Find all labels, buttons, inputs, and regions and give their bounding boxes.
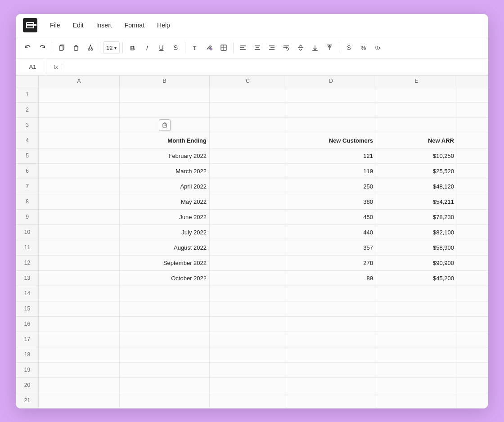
cell-c7[interactable] <box>210 179 286 194</box>
cell-d5[interactable]: 121 <box>286 148 376 163</box>
cell-d21[interactable] <box>286 393 376 408</box>
row-header-1[interactable]: 1 <box>16 87 39 102</box>
cut-button[interactable] <box>84 41 97 54</box>
paste-popup-icon[interactable] <box>159 119 171 131</box>
cell-b4[interactable]: Month Ending <box>120 133 210 148</box>
row-header-18[interactable]: 18 <box>16 347 39 362</box>
fill-color-button[interactable] <box>202 41 216 54</box>
cell-f11[interactable] <box>457 240 489 255</box>
cell-f16[interactable] <box>457 316 489 332</box>
cell-d11[interactable]: 357 <box>286 240 376 255</box>
cell-d16[interactable] <box>286 316 376 332</box>
cell-a4[interactable] <box>39 133 120 148</box>
cell-d17[interactable] <box>286 332 376 347</box>
row-header-3[interactable]: 3 <box>16 117 39 133</box>
cell-b2[interactable] <box>120 102 210 117</box>
cell-c11[interactable] <box>210 240 286 255</box>
cell-e19[interactable] <box>376 362 457 377</box>
cell-d3[interactable] <box>286 117 376 133</box>
cell-e21[interactable] <box>376 393 457 408</box>
row-header-13[interactable]: 13 <box>16 270 39 286</box>
cell-c8[interactable] <box>210 194 286 209</box>
row-header-14[interactable]: 14 <box>16 286 39 301</box>
cell-c5[interactable] <box>210 148 286 163</box>
decimal-button[interactable]: .0 <box>371 41 384 54</box>
cell-a21[interactable] <box>39 393 120 408</box>
valign-top-button[interactable] <box>323 41 336 54</box>
cell-e14[interactable] <box>376 286 457 301</box>
cell-a19[interactable] <box>39 362 120 377</box>
cell-f14[interactable] <box>457 286 489 301</box>
cell-a13[interactable] <box>39 270 120 286</box>
cell-e18[interactable] <box>376 347 457 362</box>
row-header-4[interactable]: 4 <box>16 133 39 148</box>
cell-b18[interactable] <box>120 347 210 362</box>
cell-b9[interactable]: June 2022 <box>120 209 210 224</box>
bold-button[interactable]: B <box>126 41 139 54</box>
undo-button[interactable] <box>21 41 35 54</box>
cell-a20[interactable] <box>39 377 120 393</box>
cell-d9[interactable]: 450 <box>286 209 376 224</box>
col-header-e[interactable]: E <box>376 75 457 87</box>
copy-button[interactable] <box>55 41 68 54</box>
cell-e4[interactable]: New ARR <box>376 133 457 148</box>
cell-c12[interactable] <box>210 255 286 270</box>
row-header-12[interactable]: 12 <box>16 255 39 270</box>
row-header-17[interactable]: 17 <box>16 332 39 347</box>
cell-e7[interactable]: $48,120 <box>376 179 457 194</box>
menu-help[interactable]: Help <box>152 19 176 31</box>
cell-e3[interactable] <box>376 117 457 133</box>
cell-c20[interactable] <box>210 377 286 393</box>
cell-d1[interactable] <box>286 87 376 102</box>
col-header-d[interactable]: D <box>286 75 376 87</box>
cell-b14[interactable] <box>120 286 210 301</box>
cell-a15[interactable] <box>39 301 120 316</box>
cell-b11[interactable]: August 2022 <box>120 240 210 255</box>
cell-c9[interactable] <box>210 209 286 224</box>
cell-d12[interactable]: 278 <box>286 255 376 270</box>
cell-d7[interactable]: 250 <box>286 179 376 194</box>
cell-reference[interactable]: A1 <box>19 59 46 75</box>
cell-c21[interactable] <box>210 393 286 408</box>
cell-a5[interactable] <box>39 148 120 163</box>
cell-f18[interactable] <box>457 347 489 362</box>
cell-a14[interactable] <box>39 286 120 301</box>
col-header-c[interactable]: C <box>210 75 286 87</box>
cell-d19[interactable] <box>286 362 376 377</box>
cell-a9[interactable] <box>39 209 120 224</box>
formula-input[interactable] <box>66 63 485 70</box>
cell-d8[interactable]: 380 <box>286 194 376 209</box>
cell-f9[interactable] <box>457 209 489 224</box>
cell-b20[interactable] <box>120 377 210 393</box>
cell-a11[interactable] <box>39 240 120 255</box>
cell-d4[interactable]: New Customers <box>286 133 376 148</box>
cell-b15[interactable] <box>120 301 210 316</box>
cell-c10[interactable] <box>210 224 286 240</box>
cell-c13[interactable] <box>210 270 286 286</box>
row-header-10[interactable]: 10 <box>16 224 39 240</box>
cell-b17[interactable] <box>120 332 210 347</box>
cell-a1[interactable] <box>39 87 120 102</box>
text-format-button[interactable]: T <box>188 41 202 54</box>
cell-f21[interactable] <box>457 393 489 408</box>
cell-a17[interactable] <box>39 332 120 347</box>
cell-f1[interactable] <box>457 87 489 102</box>
row-header-8[interactable]: 8 <box>16 194 39 209</box>
percent-button[interactable]: % <box>356 41 370 54</box>
cell-f5[interactable] <box>457 148 489 163</box>
cell-d13[interactable]: 89 <box>286 270 376 286</box>
row-header-5[interactable]: 5 <box>16 148 39 163</box>
cell-e10[interactable]: $82,100 <box>376 224 457 240</box>
cell-b21[interactable] <box>120 393 210 408</box>
cell-a10[interactable] <box>39 224 120 240</box>
cell-f6[interactable] <box>457 163 489 179</box>
cell-b6[interactable]: March 2022 <box>120 163 210 179</box>
valign-middle-button[interactable] <box>294 41 307 54</box>
cell-b3[interactable] <box>120 117 210 133</box>
cell-e9[interactable]: $78,230 <box>376 209 457 224</box>
cell-a2[interactable] <box>39 102 120 117</box>
cell-a3[interactable] <box>39 117 120 133</box>
cell-f17[interactable] <box>457 332 489 347</box>
cell-e13[interactable]: $45,200 <box>376 270 457 286</box>
cell-e15[interactable] <box>376 301 457 316</box>
